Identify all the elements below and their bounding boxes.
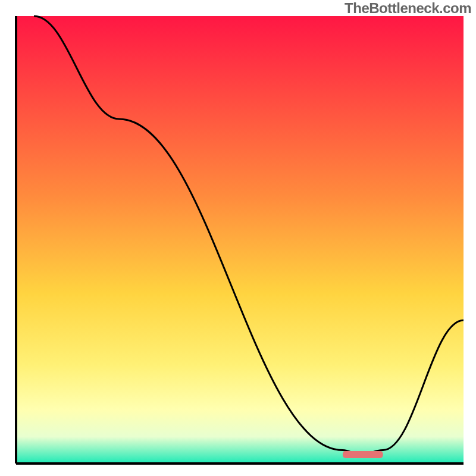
plot-background: [16, 16, 464, 464]
chart-svg: [0, 0, 476, 476]
chart-container: TheBottleneck.com: [0, 0, 476, 476]
watermark-text: TheBottleneck.com: [345, 0, 471, 17]
marker-segment: [343, 451, 383, 458]
